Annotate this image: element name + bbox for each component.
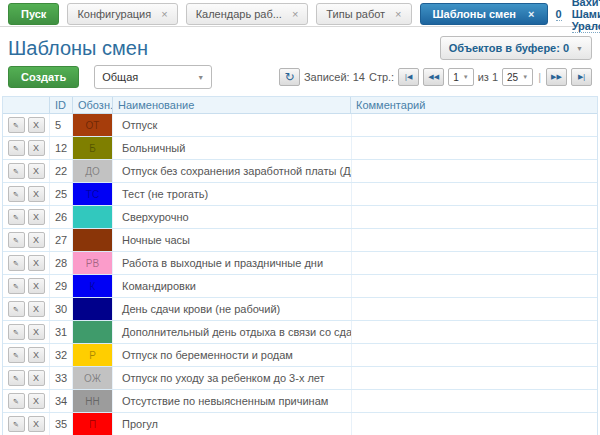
delete-row-button[interactable]: X bbox=[28, 255, 45, 271]
row-id: 27 bbox=[50, 229, 73, 251]
edit-row-button[interactable]: ✎ bbox=[8, 163, 25, 179]
table-row[interactable]: ✎ X 31 Дополнительный день отдыха в связ… bbox=[3, 321, 597, 344]
column-header-actions bbox=[3, 97, 50, 113]
shift-comment bbox=[351, 413, 597, 435]
shift-color-swatch: К bbox=[73, 275, 112, 297]
edit-icon: ✎ bbox=[13, 306, 19, 313]
column-header-name[interactable]: Наименование bbox=[113, 97, 351, 113]
refresh-icon: ↻ bbox=[284, 70, 294, 84]
delete-icon: X bbox=[33, 282, 39, 291]
page-size-select[interactable]: 25 ▼ bbox=[502, 68, 533, 86]
edit-row-button[interactable]: ✎ bbox=[8, 140, 25, 156]
delete-row-button[interactable]: X bbox=[28, 393, 45, 409]
delete-icon: X bbox=[33, 144, 39, 153]
table-body: ✎ X 5 ОТ Отпуск ✎ X 12 Б Больничный ✎ X bbox=[3, 114, 597, 435]
tab[interactable]: Шаблоны смен × bbox=[420, 3, 548, 25]
row-id: 28 bbox=[50, 252, 73, 274]
shift-comment bbox=[351, 367, 597, 389]
delete-row-button[interactable]: X bbox=[28, 163, 45, 179]
table-row[interactable]: ✎ X 30 День сдачи крови (не рабочий) bbox=[3, 298, 597, 321]
page-header: Шаблоны смен Объектов в буфере: 0 ▼ bbox=[0, 27, 600, 65]
column-header-code[interactable]: Обозн. bbox=[73, 97, 113, 113]
delete-row-button[interactable]: X bbox=[28, 370, 45, 386]
table-row[interactable]: ✎ X 33 ОЖ Отпуск по уходу за ребенком до… bbox=[3, 367, 597, 390]
delete-row-button[interactable]: X bbox=[28, 301, 45, 317]
delete-icon: X bbox=[33, 213, 39, 222]
table-row[interactable]: ✎ X 28 РВ Работа в выходные и праздничны… bbox=[3, 252, 597, 275]
row-id: 31 bbox=[50, 321, 73, 343]
tab[interactable]: Типы работ × bbox=[316, 3, 411, 25]
edit-row-button[interactable]: ✎ bbox=[8, 393, 25, 409]
delete-row-button[interactable]: X bbox=[28, 324, 45, 340]
tab-close-icon[interactable]: × bbox=[528, 9, 534, 20]
edit-row-button[interactable]: ✎ bbox=[8, 370, 25, 386]
table-row[interactable]: ✎ X 25 ТС Тест (не трогать) bbox=[3, 183, 597, 206]
category-select[interactable]: Общая ▼ bbox=[94, 65, 212, 89]
refresh-button[interactable]: ↻ bbox=[279, 68, 300, 86]
delete-row-button[interactable]: X bbox=[28, 209, 45, 225]
edit-row-button[interactable]: ✎ bbox=[8, 209, 25, 225]
edit-row-button[interactable]: ✎ bbox=[8, 278, 25, 294]
shift-color-swatch bbox=[73, 298, 112, 320]
tab[interactable]: Календарь раб... × bbox=[186, 3, 309, 25]
table-row[interactable]: ✎ X 29 К Командировки bbox=[3, 275, 597, 298]
table-row[interactable]: ✎ X 5 ОТ Отпуск bbox=[3, 114, 597, 137]
edit-row-button[interactable]: ✎ bbox=[8, 117, 25, 133]
shift-name: Командировки bbox=[113, 275, 351, 297]
edit-row-button[interactable]: ✎ bbox=[8, 255, 25, 271]
first-page-button[interactable]: |◀ bbox=[398, 68, 419, 86]
table-row[interactable]: ✎ X 26 Сверхурочно bbox=[3, 206, 597, 229]
shift-color-swatch: РВ bbox=[73, 252, 112, 274]
delete-row-button[interactable]: X bbox=[28, 117, 45, 133]
shift-comment bbox=[351, 229, 597, 251]
edit-row-button[interactable]: ✎ bbox=[8, 301, 25, 317]
shift-code: Р bbox=[89, 350, 96, 361]
table-row[interactable]: ✎ X 35 П Прогул bbox=[3, 413, 597, 435]
buffer-label: Объектов в буфере: 0 bbox=[449, 42, 569, 54]
edit-row-button[interactable]: ✎ bbox=[8, 347, 25, 363]
page-label: Стр.: bbox=[369, 71, 394, 83]
delete-row-button[interactable]: X bbox=[28, 278, 45, 294]
notification-count-link[interactable]: 0 bbox=[556, 8, 562, 21]
tab-close-icon[interactable]: × bbox=[395, 9, 401, 20]
buffer-dropdown-button[interactable]: Объектов в буфере: 0 ▼ bbox=[440, 36, 592, 60]
shift-comment bbox=[351, 206, 597, 228]
edit-row-button[interactable]: ✎ bbox=[8, 324, 25, 340]
edit-row-button[interactable]: ✎ bbox=[8, 416, 25, 432]
last-page-button[interactable]: ▶| bbox=[571, 68, 592, 86]
create-button[interactable]: Создать bbox=[8, 66, 79, 88]
shift-color-swatch: ТС bbox=[73, 183, 112, 205]
table-row[interactable]: ✎ X 22 ДО Отпуск без сохранения заработн… bbox=[3, 160, 597, 183]
tab[interactable]: Конфигурация × bbox=[67, 3, 177, 25]
edit-row-button[interactable]: ✎ bbox=[8, 232, 25, 248]
delete-row-button[interactable]: X bbox=[28, 232, 45, 248]
next-page-button[interactable]: ▶▶ bbox=[546, 68, 567, 86]
edit-row-button[interactable]: ✎ bbox=[8, 186, 25, 202]
shift-name: Отпуск по беременности и родам bbox=[113, 344, 351, 366]
start-button[interactable]: Пуск bbox=[8, 3, 59, 25]
shift-color-swatch: Б bbox=[73, 137, 112, 159]
tab-close-icon[interactable]: × bbox=[292, 9, 298, 20]
page-number-select[interactable]: 1 ▼ bbox=[448, 68, 474, 86]
column-header-id[interactable]: ID bbox=[50, 97, 73, 113]
user-name-link[interactable]: Вахитов Шамиль Уралович bbox=[572, 0, 600, 33]
delete-icon: X bbox=[33, 236, 39, 245]
table-row[interactable]: ✎ X 27 Ночные часы bbox=[3, 229, 597, 252]
tab-close-icon[interactable]: × bbox=[161, 9, 167, 20]
table-row[interactable]: ✎ X 32 Р Отпуск по беременности и родам bbox=[3, 344, 597, 367]
delete-row-button[interactable]: X bbox=[28, 416, 45, 432]
edit-icon: ✎ bbox=[13, 122, 19, 129]
shift-color-swatch bbox=[73, 321, 112, 343]
delete-row-button[interactable]: X bbox=[28, 347, 45, 363]
table-row[interactable]: ✎ X 12 Б Больничный bbox=[3, 137, 597, 160]
prev-page-button[interactable]: ◀◀ bbox=[423, 68, 444, 86]
shift-color-swatch: Р bbox=[73, 344, 112, 366]
delete-row-button[interactable]: X bbox=[28, 186, 45, 202]
shift-name: Тест (не трогать) bbox=[113, 183, 351, 205]
edit-icon: ✎ bbox=[13, 260, 19, 267]
column-header-comment[interactable]: Комментарий bbox=[351, 97, 597, 113]
delete-row-button[interactable]: X bbox=[28, 140, 45, 156]
table-row[interactable]: ✎ X 34 НН Отсутствие по невыясненным при… bbox=[3, 390, 597, 413]
row-id: 26 bbox=[50, 206, 73, 228]
row-id: 22 bbox=[50, 160, 73, 182]
